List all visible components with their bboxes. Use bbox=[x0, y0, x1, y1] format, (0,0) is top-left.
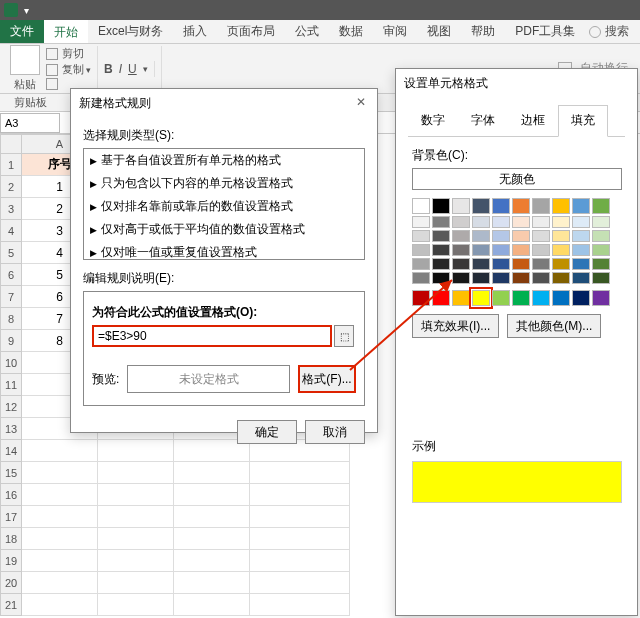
color-swatch[interactable] bbox=[452, 230, 470, 242]
color-swatch[interactable] bbox=[492, 258, 510, 270]
qat-dropdown[interactable]: ▾ bbox=[24, 5, 29, 16]
color-swatch[interactable] bbox=[552, 290, 570, 306]
color-swatch[interactable] bbox=[452, 290, 470, 306]
range-selector-button[interactable]: ⬚ bbox=[334, 325, 354, 347]
underline-button[interactable]: U bbox=[128, 62, 137, 76]
color-swatch[interactable] bbox=[532, 230, 550, 242]
tab-formulas[interactable]: 公式 bbox=[285, 20, 329, 43]
color-swatch[interactable] bbox=[532, 244, 550, 256]
tab-help[interactable]: 帮助 bbox=[461, 20, 505, 43]
color-swatch[interactable] bbox=[432, 272, 450, 284]
nocolor-button[interactable]: 无颜色 bbox=[412, 168, 622, 190]
tab-fill[interactable]: 填充 bbox=[558, 105, 608, 137]
color-swatch[interactable] bbox=[592, 216, 610, 228]
tab-insert[interactable]: 插入 bbox=[173, 20, 217, 43]
color-swatch[interactable] bbox=[432, 258, 450, 270]
color-swatch[interactable] bbox=[532, 216, 550, 228]
color-swatch[interactable] bbox=[592, 230, 610, 242]
color-swatch[interactable] bbox=[412, 230, 430, 242]
color-swatch[interactable] bbox=[432, 230, 450, 242]
color-swatch[interactable] bbox=[592, 244, 610, 256]
tab-file[interactable]: 文件 bbox=[0, 20, 44, 43]
color-swatch-yellow[interactable] bbox=[472, 290, 490, 306]
color-swatch[interactable] bbox=[572, 230, 590, 242]
color-swatch[interactable] bbox=[512, 272, 530, 284]
color-swatch[interactable] bbox=[412, 244, 430, 256]
color-swatch[interactable] bbox=[432, 198, 450, 214]
color-swatch[interactable] bbox=[592, 272, 610, 284]
rule-type-item[interactable]: ▶仅对高于或低于平均值的数值设置格式 bbox=[84, 218, 364, 241]
color-swatch[interactable] bbox=[472, 230, 490, 242]
color-swatch[interactable] bbox=[452, 258, 470, 270]
rule-type-list[interactable]: ▶基于各自值设置所有单元格的格式 ▶只为包含以下内容的单元格设置格式 ▶仅对排名… bbox=[83, 148, 365, 260]
rule-type-item[interactable]: ▶基于各自值设置所有单元格的格式 bbox=[84, 149, 364, 172]
cancel-button[interactable]: 取消 bbox=[305, 420, 365, 444]
color-swatch[interactable] bbox=[492, 216, 510, 228]
more-colors-button[interactable]: 其他颜色(M)... bbox=[507, 314, 601, 338]
color-swatch[interactable] bbox=[432, 244, 450, 256]
color-swatch[interactable] bbox=[592, 290, 610, 306]
cut-button[interactable]: 剪切 bbox=[46, 46, 91, 61]
color-swatch[interactable] bbox=[492, 272, 510, 284]
color-swatch[interactable] bbox=[432, 216, 450, 228]
color-swatch[interactable] bbox=[592, 258, 610, 270]
tab-excel-finance[interactable]: Excel与财务 bbox=[88, 20, 173, 43]
tab-pdf[interactable]: PDF工具集 bbox=[505, 20, 585, 43]
color-swatch[interactable] bbox=[472, 272, 490, 284]
color-swatch[interactable] bbox=[572, 216, 590, 228]
color-swatch[interactable] bbox=[492, 290, 510, 306]
color-swatch[interactable] bbox=[492, 198, 510, 214]
color-swatch[interactable] bbox=[452, 198, 470, 214]
color-swatch[interactable] bbox=[552, 216, 570, 228]
color-swatch[interactable] bbox=[592, 198, 610, 214]
color-swatch[interactable] bbox=[472, 244, 490, 256]
color-swatch[interactable] bbox=[552, 198, 570, 214]
paste-button[interactable] bbox=[10, 45, 40, 75]
tab-font[interactable]: 字体 bbox=[458, 105, 508, 136]
color-swatch[interactable] bbox=[572, 290, 590, 306]
color-swatch[interactable] bbox=[412, 216, 430, 228]
tab-view[interactable]: 视图 bbox=[417, 20, 461, 43]
color-swatch[interactable] bbox=[572, 258, 590, 270]
color-swatch[interactable] bbox=[532, 290, 550, 306]
color-swatch[interactable] bbox=[432, 290, 450, 306]
color-swatch[interactable] bbox=[472, 198, 490, 214]
color-swatch[interactable] bbox=[532, 272, 550, 284]
color-swatch[interactable] bbox=[412, 198, 430, 214]
color-swatch[interactable] bbox=[412, 258, 430, 270]
tell-me-search[interactable]: 搜索 bbox=[589, 20, 629, 43]
bold-button[interactable]: B bbox=[104, 62, 113, 76]
color-swatch[interactable] bbox=[492, 244, 510, 256]
tab-pagelayout[interactable]: 页面布局 bbox=[217, 20, 285, 43]
rule-type-item[interactable]: ▶仅对排名靠前或靠后的数值设置格式 bbox=[84, 195, 364, 218]
ok-button[interactable]: 确定 bbox=[237, 420, 297, 444]
tab-border[interactable]: 边框 bbox=[508, 105, 558, 136]
color-swatch[interactable] bbox=[512, 290, 530, 306]
formula-input[interactable]: =$E3>90 bbox=[92, 325, 332, 347]
color-swatch[interactable] bbox=[552, 272, 570, 284]
color-swatch[interactable] bbox=[512, 216, 530, 228]
color-swatch[interactable] bbox=[452, 272, 470, 284]
close-icon[interactable]: ✕ bbox=[353, 95, 369, 111]
color-swatch[interactable] bbox=[552, 244, 570, 256]
tab-data[interactable]: 数据 bbox=[329, 20, 373, 43]
color-swatch[interactable] bbox=[472, 216, 490, 228]
color-swatch[interactable] bbox=[492, 230, 510, 242]
copy-button[interactable]: 复制▾ bbox=[46, 62, 91, 77]
color-swatch[interactable] bbox=[512, 230, 530, 242]
color-swatch[interactable] bbox=[512, 258, 530, 270]
tab-home[interactable]: 开始 bbox=[44, 20, 88, 43]
color-swatch[interactable] bbox=[412, 272, 430, 284]
tab-number[interactable]: 数字 bbox=[408, 105, 458, 136]
format-button[interactable]: 格式(F)... bbox=[298, 365, 356, 393]
color-swatch[interactable] bbox=[552, 258, 570, 270]
color-swatch[interactable] bbox=[512, 244, 530, 256]
rule-type-item[interactable]: ▶仅对唯一值或重复值设置格式 bbox=[84, 241, 364, 260]
color-swatch[interactable] bbox=[472, 258, 490, 270]
color-swatch[interactable] bbox=[572, 272, 590, 284]
fill-effects-button[interactable]: 填充效果(I)... bbox=[412, 314, 499, 338]
rule-type-item[interactable]: ▶只为包含以下内容的单元格设置格式 bbox=[84, 172, 364, 195]
color-swatch[interactable] bbox=[572, 244, 590, 256]
name-box[interactable]: A3 bbox=[0, 113, 60, 133]
italic-button[interactable]: I bbox=[119, 62, 122, 76]
